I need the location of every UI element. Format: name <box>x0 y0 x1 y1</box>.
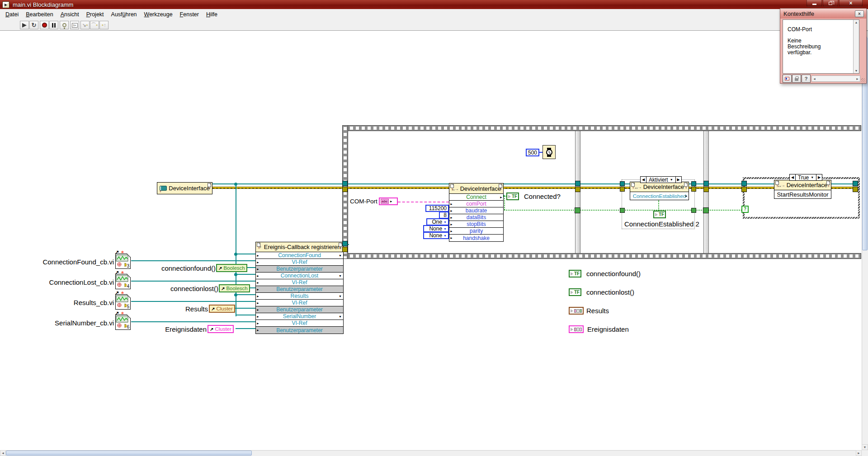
tunnel-error[interactable] <box>342 187 348 192</box>
event-source-row[interactable]: ►ConnectionLost▼ <box>256 273 343 279</box>
handshake-ring-constant[interactable]: None▼ <box>423 232 449 239</box>
connectionlost-indicator[interactable]: TF <box>569 288 581 296</box>
vi-ref-row[interactable]: ►VI-Ref <box>256 279 343 286</box>
step-over-button[interactable]: ⌒▪ <box>90 21 99 29</box>
databits-constant[interactable]: 8 <box>439 212 449 219</box>
flat-sequence-top-border[interactable] <box>342 125 861 131</box>
ring-dropdown-icon[interactable]: ▼ <box>443 227 447 230</box>
step-into-button[interactable]: ↘▪ <box>80 21 90 29</box>
show-terminals-button[interactable] <box>783 75 792 83</box>
selector-dropdown-icon[interactable]: ▼ <box>670 178 673 181</box>
context-help-close-button[interactable]: × <box>855 10 864 17</box>
tunnel-boolean[interactable] <box>620 208 625 213</box>
flat-sequence-left-border[interactable] <box>342 125 348 259</box>
menu-fenster[interactable]: Fenster <box>176 10 203 19</box>
method-row[interactable]: Connect► <box>449 194 503 201</box>
baudrate-constant[interactable]: 115200 <box>425 205 449 212</box>
run-button[interactable] <box>20 21 29 29</box>
horizontal-scrollbar-thumb[interactable] <box>6 451 252 456</box>
event-source-row[interactable]: ►SerialNumber▼ <box>256 313 343 320</box>
scroll-right-arrow[interactable]: ► <box>856 77 859 80</box>
selector-dropdown-icon[interactable]: ▼ <box>811 176 814 179</box>
user-parameter-row[interactable]: ►Benutzerparameter <box>256 286 343 293</box>
property-row[interactable]: ConnectionEstablished► <box>630 192 689 200</box>
results-cluster-indicator[interactable] <box>569 307 584 315</box>
selector-prev-icon[interactable]: ◀ <box>641 177 646 183</box>
scroll-up-arrow[interactable]: ▲ <box>855 21 858 24</box>
param-row-comport[interactable]: ►comPort <box>449 201 503 207</box>
menu-hilfe[interactable]: Hilfe <box>203 10 221 19</box>
selector-prev-icon[interactable]: ◀ <box>790 174 796 180</box>
menu-bearbeiten[interactable]: Bearbeiten <box>22 10 57 19</box>
tunnel-refnum[interactable] <box>703 181 709 186</box>
scroll-left-arrow[interactable]: ◄ <box>813 77 816 80</box>
menu-projekt[interactable]: Projekt <box>83 10 108 19</box>
selector-next-icon[interactable]: ▶ <box>675 177 681 183</box>
event-source-row[interactable]: ►Results▼ <box>256 293 343 300</box>
tunnel-boolean[interactable] <box>575 207 580 213</box>
context-help-titlebar[interactable]: Kontexthilfe <box>780 9 866 19</box>
run-continuous-button[interactable]: ↻ <box>29 21 38 29</box>
param-row-stopbits[interactable]: ►stopBits <box>449 221 503 228</box>
param-row-parity[interactable]: ►parity <box>449 228 503 235</box>
sequence-frame-divider-2[interactable] <box>703 131 709 253</box>
register-event-callback-node[interactable]: ?! ♀ Ereignis-Callback registrieren ?! ►… <box>255 242 344 334</box>
user-parameter-row[interactable]: ►Benutzerparameter <box>256 327 343 334</box>
boolean-control-reference[interactable]: ↗Boolesch <box>219 284 250 292</box>
resize-grip[interactable] <box>861 78 865 82</box>
ring-dropdown-icon[interactable]: ▼ <box>443 234 447 237</box>
lock-help-button[interactable] <box>792 75 801 83</box>
tunnel-error[interactable] <box>703 187 709 192</box>
context-help-horizontal-scrollbar[interactable]: ◄► <box>811 75 860 82</box>
cluster-control-reference[interactable]: ↗Cluster <box>208 325 234 333</box>
method-row[interactable]: StartResultsMonitor <box>774 190 831 198</box>
param-row-handshake[interactable]: ►handshake <box>449 235 503 241</box>
tunnel-error[interactable] <box>741 187 747 192</box>
wait-ms-function[interactable] <box>542 145 556 159</box>
stopbits-ring-constant[interactable]: One▼ <box>426 218 449 226</box>
scroll-right-arrow[interactable]: ► <box>856 450 862 456</box>
abort-button[interactable] <box>40 21 49 29</box>
disable-structure-selector[interactable]: ◀ Aktiviert▼ ▶ <box>640 176 682 183</box>
connectionestablished-indicator[interactable]: TF <box>653 211 666 218</box>
tunnel-error[interactable] <box>342 247 348 252</box>
tunnel-refnum[interactable] <box>620 181 625 186</box>
boolean-control-reference[interactable]: ↗Boolesch <box>216 264 247 272</box>
step-out-button[interactable]: ▪↑ <box>99 21 108 29</box>
connectionfound-indicator[interactable]: TF <box>569 270 581 277</box>
tunnel-error[interactable] <box>620 187 625 192</box>
retain-wire-values-button[interactable]: 9= <box>70 21 79 29</box>
vi-ref-row[interactable]: ►VI-Ref <box>256 320 343 327</box>
tunnel-error[interactable] <box>575 187 580 192</box>
user-parameter-row[interactable]: ►Benutzerparameter <box>256 306 343 313</box>
flat-sequence-bottom-border[interactable] <box>342 253 861 259</box>
tunnel-boolean[interactable] <box>691 208 696 213</box>
titlebar[interactable]: main.vi Blockdiagramm <box>0 0 868 9</box>
case-selector-tunnel[interactable]: ? <box>741 206 749 213</box>
com-port-string-control[interactable]: abc► <box>379 197 398 205</box>
wait-ms-constant[interactable]: 500 <box>526 149 539 156</box>
tunnel-refnum[interactable] <box>691 181 696 186</box>
tunnel-error[interactable] <box>691 187 696 192</box>
menu-datei[interactable]: Datei <box>2 10 22 19</box>
user-parameter-row[interactable]: ►Benutzerparameter <box>256 266 343 273</box>
tunnel-refnum[interactable] <box>575 181 580 186</box>
menu-ansicht[interactable]: Ansicht <box>57 10 83 19</box>
detailed-help-button[interactable]: ? <box>802 75 811 83</box>
case-structure-selector[interactable]: ◀ True▼ ▶ <box>789 174 822 181</box>
invoke-node-connect[interactable]: ?! ‥→ DeviceInterface ?! Connect► ►comPo… <box>449 183 504 242</box>
pause-button[interactable] <box>49 21 58 29</box>
ring-dropdown-icon[interactable]: ▼ <box>443 221 447 224</box>
vi-ref-row[interactable]: ►VI-Ref <box>256 300 343 306</box>
context-help-window[interactable]: Kontexthilfe × COM-Port Keine Beschreibu… <box>780 8 867 84</box>
restore-button[interactable] <box>823 0 838 7</box>
param-row-baudrate[interactable]: ►baudrate <box>449 207 503 214</box>
parity-ring-constant[interactable]: None▼ <box>423 225 449 232</box>
menu-werkzeuge[interactable]: Werkzeuge <box>141 10 176 19</box>
vi-ref-row[interactable]: ►VI-Ref <box>256 259 343 266</box>
device-interface-constant[interactable]: ?! DeviceInterface ?! <box>157 182 212 194</box>
connected-indicator[interactable]: TF <box>506 193 519 200</box>
ereignisdaten-cluster-indicator[interactable] <box>569 325 584 333</box>
property-node-connectionestablished[interactable]: ?! ‥→ DeviceInterface ?! ConnectionEstab… <box>630 182 689 200</box>
context-help-scrollbar[interactable]: ▲▼ <box>853 20 859 73</box>
